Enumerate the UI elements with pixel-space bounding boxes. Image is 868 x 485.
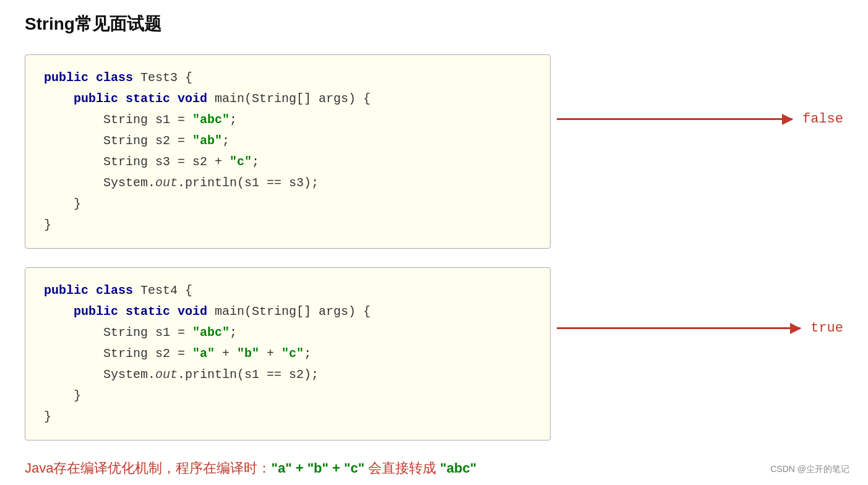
- note-suffix-plain: 会直接转成: [364, 460, 440, 476]
- csdn-credit: CSDN @尘开的笔记: [770, 464, 849, 475]
- arrow-label-2: true: [810, 320, 843, 336]
- string-literal: "abc": [192, 325, 230, 340]
- code-box-2: public class Test4 { public static void …: [25, 267, 551, 440]
- keyword: public: [44, 283, 96, 298]
- code-text: }: [74, 388, 81, 403]
- code-text: System.out.println(s1 == s3);: [44, 173, 319, 194]
- string-literal: "b": [237, 346, 259, 361]
- string-literal: "a": [192, 346, 215, 361]
- code-text: ;: [222, 134, 230, 148]
- string-literal: "c": [230, 155, 252, 169]
- code-text: }: [44, 410, 51, 424]
- code-line: public static void main(String[] args) {: [44, 301, 531, 322]
- code-text: String s1 =: [103, 325, 192, 340]
- code-text: String s1 =: [103, 113, 192, 127]
- italic-out: out: [155, 176, 178, 190]
- keyword: public: [44, 71, 96, 85]
- arrow-label-1: false: [802, 111, 843, 127]
- code-text: Test4 {: [140, 283, 192, 298]
- code-line: }: [44, 385, 531, 406]
- code-line: String s2 = "ab";: [44, 131, 531, 152]
- arrow-area-2: true: [557, 320, 843, 336]
- keyword: public: [74, 92, 126, 106]
- code-text: String s2 =: [103, 346, 192, 361]
- code-line: public class Test4 {: [44, 280, 531, 301]
- code-text: System.out.println(s1 == s2);: [44, 364, 319, 385]
- code-text: String s3 = s2 +: [103, 155, 230, 169]
- code-text: main(String[] args) {: [215, 92, 371, 106]
- code-line: String s1 = "abc";: [44, 322, 531, 343]
- code-line: String s1 = "abc";: [44, 109, 531, 131]
- arrow-area-1: false: [557, 111, 843, 127]
- keyword: static: [126, 92, 178, 106]
- code-line-arrow-2: System.out.println(s1 == s2);: [44, 364, 531, 385]
- bottom-note: Java存在编译优化机制，程序在编译时："a" + "b" + "c" 会直接转…: [25, 459, 843, 478]
- code-line: String s3 = s2 + "c";: [44, 152, 531, 173]
- code-text: ;: [252, 155, 259, 169]
- italic-out: out: [155, 367, 178, 382]
- code-line: String s2 = "a" + "b" + "c";: [44, 343, 531, 364]
- code-section-2: public class Test4 { public static void …: [25, 267, 843, 440]
- code-line: }: [44, 406, 531, 427]
- code-text: +: [215, 346, 237, 361]
- keyword: class: [96, 71, 140, 85]
- keyword: public: [74, 304, 126, 319]
- string-literal: "c": [281, 346, 304, 361]
- code-box-1: public class Test3 { public static void …: [25, 54, 551, 249]
- code-text: }: [44, 218, 51, 232]
- code-text: +: [259, 346, 281, 361]
- keyword: void: [178, 304, 215, 319]
- code-text: ;: [230, 325, 237, 340]
- note-suffix-str: "abc": [440, 460, 476, 476]
- code-line: public class Test3 {: [44, 67, 531, 88]
- code-line: }: [44, 194, 531, 215]
- code-text: main(String[] args) {: [215, 304, 371, 319]
- keyword: void: [178, 92, 215, 106]
- code-line: }: [44, 215, 531, 236]
- arrow-line-2: [557, 327, 801, 329]
- code-line-arrow-1: System.out.println(s1 == s3);: [44, 173, 531, 194]
- keyword: class: [96, 283, 140, 298]
- note-middle: "a" + "b" + "c": [271, 460, 364, 476]
- string-literal: "ab": [192, 134, 222, 148]
- code-text: Test3 {: [140, 71, 192, 85]
- string-literal: "abc": [192, 113, 230, 127]
- code-text: }: [74, 197, 81, 211]
- arrow-line-1: [557, 118, 793, 120]
- code-line: public static void main(String[] args) {: [44, 88, 531, 109]
- note-prefix: Java存在编译优化机制，程序在编译时：: [25, 460, 271, 476]
- code-text: String s2 =: [103, 134, 192, 148]
- keyword: static: [126, 304, 178, 319]
- code-text: ;: [304, 346, 311, 361]
- page-title: String常见面试题: [25, 12, 843, 36]
- code-section-1: public class Test3 { public static void …: [25, 54, 843, 249]
- code-text: ;: [230, 113, 237, 127]
